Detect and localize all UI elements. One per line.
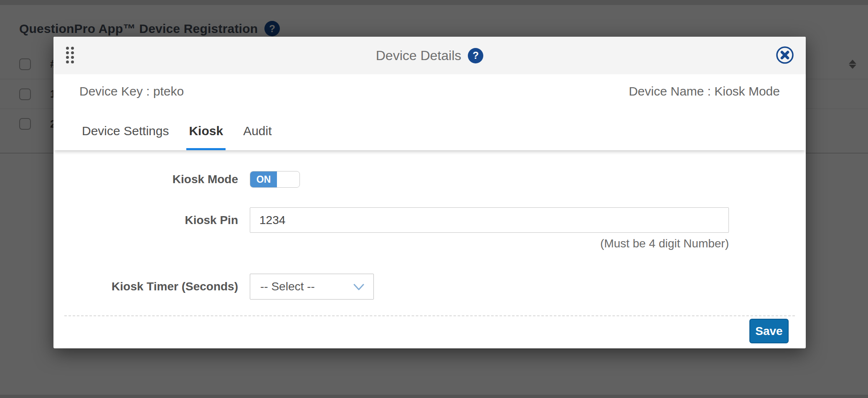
kiosk-timer-label: Kiosk Timer (Seconds) <box>53 280 238 293</box>
close-icon <box>775 45 795 65</box>
tab-bar: Device Settings Kiosk Audit <box>53 108 806 150</box>
kiosk-mode-toggle[interactable]: ON <box>250 171 300 188</box>
device-name-label: Device Name : Kiosk Mode <box>629 84 780 98</box>
kiosk-timer-select[interactable]: -- Select -- <box>250 274 374 300</box>
device-key-label: Device Key : pteko <box>79 84 184 98</box>
close-button[interactable] <box>775 45 795 65</box>
tab-audit[interactable]: Audit <box>241 124 274 150</box>
kiosk-pin-label: Kiosk Pin <box>53 214 238 227</box>
modal-top-section: Device Details ? Device Key : pteko Devi… <box>53 37 806 150</box>
modal-header: Device Details ? <box>53 37 806 74</box>
device-info-row: Device Key : pteko Device Name : Kiosk M… <box>53 74 806 108</box>
toggle-on-state: ON <box>250 171 277 187</box>
save-button[interactable]: Save <box>749 319 789 343</box>
drag-handle-icon[interactable] <box>66 47 74 63</box>
modal-body: Kiosk Mode ON Kiosk Pin (Must be 4 digit… <box>53 150 806 348</box>
kiosk-mode-row: Kiosk Mode ON <box>53 171 806 188</box>
modal-title: Device Details <box>376 48 462 63</box>
chevron-down-icon <box>353 282 365 294</box>
kiosk-pin-input[interactable] <box>250 207 729 233</box>
tab-kiosk[interactable]: Kiosk <box>186 124 226 150</box>
kiosk-timer-selected-value: -- Select -- <box>260 280 315 293</box>
kiosk-pin-hint: (Must be 4 digit Number) <box>250 237 729 250</box>
device-details-modal: Device Details ? Device Key : pteko Devi… <box>53 37 806 348</box>
kiosk-pin-row: Kiosk Pin <box>53 207 806 233</box>
tab-device-settings[interactable]: Device Settings <box>79 124 171 150</box>
kiosk-mode-label: Kiosk Mode <box>53 173 238 186</box>
kiosk-pin-hint-row: (Must be 4 digit Number) <box>53 237 806 250</box>
modal-footer: Save <box>53 316 806 343</box>
help-icon[interactable]: ? <box>468 48 483 63</box>
kiosk-timer-row: Kiosk Timer (Seconds) -- Select -- <box>53 274 806 300</box>
